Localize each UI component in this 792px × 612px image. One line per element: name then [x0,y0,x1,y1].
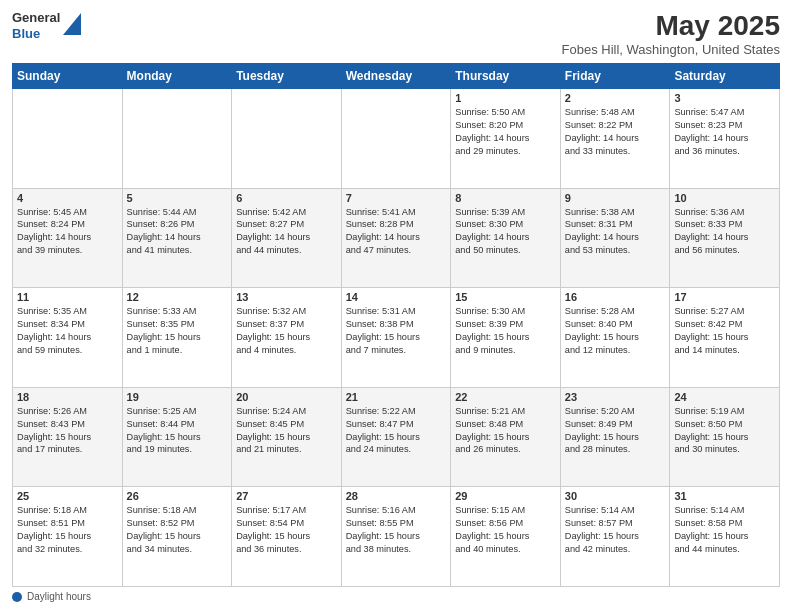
day-info: Sunrise: 5:15 AM Sunset: 8:56 PM Dayligh… [455,504,556,556]
day-number: 7 [346,192,447,204]
col-friday: Friday [560,64,670,89]
day-number: 24 [674,391,775,403]
day-info: Sunrise: 5:20 AM Sunset: 8:49 PM Dayligh… [565,405,666,457]
calendar-week-row: 11Sunrise: 5:35 AM Sunset: 8:34 PM Dayli… [13,288,780,388]
table-row: 17Sunrise: 5:27 AM Sunset: 8:42 PM Dayli… [670,288,780,388]
day-info: Sunrise: 5:16 AM Sunset: 8:55 PM Dayligh… [346,504,447,556]
day-number: 30 [565,490,666,502]
calendar-header-row: Sunday Monday Tuesday Wednesday Thursday… [13,64,780,89]
day-number: 18 [17,391,118,403]
day-number: 6 [236,192,337,204]
table-row: 16Sunrise: 5:28 AM Sunset: 8:40 PM Dayli… [560,288,670,388]
day-number: 21 [346,391,447,403]
day-info: Sunrise: 5:48 AM Sunset: 8:22 PM Dayligh… [565,106,666,158]
day-number: 3 [674,92,775,104]
table-row: 15Sunrise: 5:30 AM Sunset: 8:39 PM Dayli… [451,288,561,388]
day-number: 22 [455,391,556,403]
header: General Blue May 2025 Fobes Hill, Washin… [12,10,780,57]
col-thursday: Thursday [451,64,561,89]
day-info: Sunrise: 5:31 AM Sunset: 8:38 PM Dayligh… [346,305,447,357]
day-info: Sunrise: 5:30 AM Sunset: 8:39 PM Dayligh… [455,305,556,357]
day-info: Sunrise: 5:14 AM Sunset: 8:58 PM Dayligh… [674,504,775,556]
table-row: 13Sunrise: 5:32 AM Sunset: 8:37 PM Dayli… [232,288,342,388]
table-row: 29Sunrise: 5:15 AM Sunset: 8:56 PM Dayli… [451,487,561,587]
day-info: Sunrise: 5:27 AM Sunset: 8:42 PM Dayligh… [674,305,775,357]
logo-icon [63,13,81,35]
table-row: 12Sunrise: 5:33 AM Sunset: 8:35 PM Dayli… [122,288,232,388]
day-number: 15 [455,291,556,303]
table-row: 7Sunrise: 5:41 AM Sunset: 8:28 PM Daylig… [341,188,451,288]
col-saturday: Saturday [670,64,780,89]
col-monday: Monday [122,64,232,89]
day-number: 31 [674,490,775,502]
day-info: Sunrise: 5:47 AM Sunset: 8:23 PM Dayligh… [674,106,775,158]
day-number: 9 [565,192,666,204]
table-row [232,89,342,189]
day-number: 25 [17,490,118,502]
day-info: Sunrise: 5:19 AM Sunset: 8:50 PM Dayligh… [674,405,775,457]
day-number: 26 [127,490,228,502]
footer: Daylight hours [12,591,780,602]
table-row [341,89,451,189]
table-row: 28Sunrise: 5:16 AM Sunset: 8:55 PM Dayli… [341,487,451,587]
day-number: 20 [236,391,337,403]
col-sunday: Sunday [13,64,123,89]
day-info: Sunrise: 5:24 AM Sunset: 8:45 PM Dayligh… [236,405,337,457]
table-row: 3Sunrise: 5:47 AM Sunset: 8:23 PM Daylig… [670,89,780,189]
day-info: Sunrise: 5:21 AM Sunset: 8:48 PM Dayligh… [455,405,556,457]
day-info: Sunrise: 5:35 AM Sunset: 8:34 PM Dayligh… [17,305,118,357]
table-row: 25Sunrise: 5:18 AM Sunset: 8:51 PM Dayli… [13,487,123,587]
table-row: 30Sunrise: 5:14 AM Sunset: 8:57 PM Dayli… [560,487,670,587]
calendar-week-row: 18Sunrise: 5:26 AM Sunset: 8:43 PM Dayli… [13,387,780,487]
day-info: Sunrise: 5:25 AM Sunset: 8:44 PM Dayligh… [127,405,228,457]
day-number: 23 [565,391,666,403]
day-info: Sunrise: 5:18 AM Sunset: 8:52 PM Dayligh… [127,504,228,556]
day-info: Sunrise: 5:32 AM Sunset: 8:37 PM Dayligh… [236,305,337,357]
table-row: 5Sunrise: 5:44 AM Sunset: 8:26 PM Daylig… [122,188,232,288]
day-info: Sunrise: 5:50 AM Sunset: 8:20 PM Dayligh… [455,106,556,158]
day-number: 5 [127,192,228,204]
day-info: Sunrise: 5:28 AM Sunset: 8:40 PM Dayligh… [565,305,666,357]
day-number: 14 [346,291,447,303]
logo: General Blue [12,10,81,41]
day-info: Sunrise: 5:38 AM Sunset: 8:31 PM Dayligh… [565,206,666,258]
day-info: Sunrise: 5:45 AM Sunset: 8:24 PM Dayligh… [17,206,118,258]
calendar-week-row: 25Sunrise: 5:18 AM Sunset: 8:51 PM Dayli… [13,487,780,587]
table-row: 4Sunrise: 5:45 AM Sunset: 8:24 PM Daylig… [13,188,123,288]
day-info: Sunrise: 5:26 AM Sunset: 8:43 PM Dayligh… [17,405,118,457]
page: General Blue May 2025 Fobes Hill, Washin… [0,0,792,612]
day-info: Sunrise: 5:42 AM Sunset: 8:27 PM Dayligh… [236,206,337,258]
day-info: Sunrise: 5:14 AM Sunset: 8:57 PM Dayligh… [565,504,666,556]
day-info: Sunrise: 5:44 AM Sunset: 8:26 PM Dayligh… [127,206,228,258]
day-info: Sunrise: 5:17 AM Sunset: 8:54 PM Dayligh… [236,504,337,556]
table-row: 26Sunrise: 5:18 AM Sunset: 8:52 PM Dayli… [122,487,232,587]
table-row: 9Sunrise: 5:38 AM Sunset: 8:31 PM Daylig… [560,188,670,288]
day-info: Sunrise: 5:18 AM Sunset: 8:51 PM Dayligh… [17,504,118,556]
title-section: May 2025 Fobes Hill, Washington, United … [562,10,780,57]
day-number: 11 [17,291,118,303]
footer-dot [12,592,22,602]
day-number: 28 [346,490,447,502]
table-row: 18Sunrise: 5:26 AM Sunset: 8:43 PM Dayli… [13,387,123,487]
day-info: Sunrise: 5:41 AM Sunset: 8:28 PM Dayligh… [346,206,447,258]
day-number: 8 [455,192,556,204]
table-row: 23Sunrise: 5:20 AM Sunset: 8:49 PM Dayli… [560,387,670,487]
table-row: 8Sunrise: 5:39 AM Sunset: 8:30 PM Daylig… [451,188,561,288]
col-wednesday: Wednesday [341,64,451,89]
table-row: 31Sunrise: 5:14 AM Sunset: 8:58 PM Dayli… [670,487,780,587]
day-info: Sunrise: 5:36 AM Sunset: 8:33 PM Dayligh… [674,206,775,258]
day-number: 27 [236,490,337,502]
day-number: 13 [236,291,337,303]
table-row: 2Sunrise: 5:48 AM Sunset: 8:22 PM Daylig… [560,89,670,189]
calendar-week-row: 4Sunrise: 5:45 AM Sunset: 8:24 PM Daylig… [13,188,780,288]
day-number: 10 [674,192,775,204]
table-row: 24Sunrise: 5:19 AM Sunset: 8:50 PM Dayli… [670,387,780,487]
table-row: 27Sunrise: 5:17 AM Sunset: 8:54 PM Dayli… [232,487,342,587]
day-number: 12 [127,291,228,303]
day-number: 19 [127,391,228,403]
table-row: 11Sunrise: 5:35 AM Sunset: 8:34 PM Dayli… [13,288,123,388]
day-number: 29 [455,490,556,502]
table-row [13,89,123,189]
day-number: 4 [17,192,118,204]
day-info: Sunrise: 5:39 AM Sunset: 8:30 PM Dayligh… [455,206,556,258]
